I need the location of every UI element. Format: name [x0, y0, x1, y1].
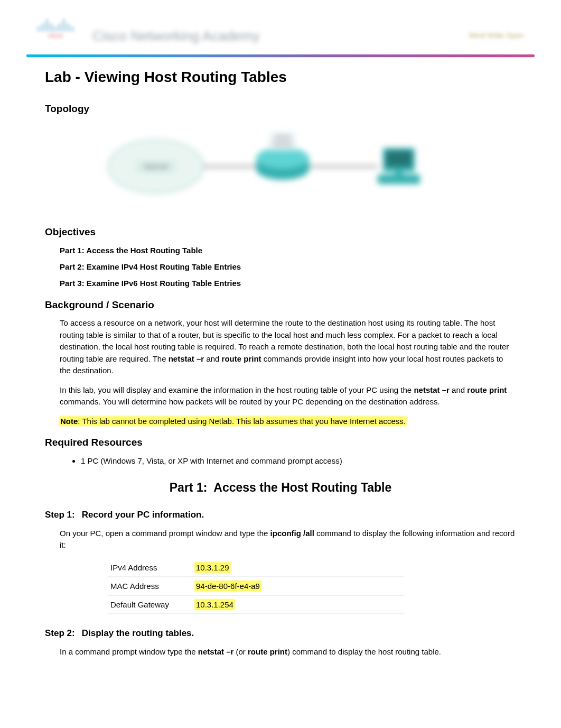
step1-paragraph: On your PC, open a command prompt window…	[45, 528, 516, 551]
tagline: Mind Wide Open	[469, 31, 524, 41]
svg-rect-12	[386, 151, 412, 167]
svg-rect-14	[395, 172, 403, 176]
objective-item: Part 3: Examine IPv6 Host Routing Table …	[60, 278, 516, 289]
step2-heading: Step 2: Display the routing tables.	[45, 627, 516, 640]
document-header: cisco Cisco Networking Academy Mind Wide…	[26, 16, 535, 50]
objectives-heading: Objectives	[45, 225, 516, 239]
step2-paragraph: In a command prompt window type the nets…	[45, 646, 516, 658]
table-row: Default Gateway 10.3.1.254	[108, 595, 404, 614]
objectives-list: Part 1: Access the Host Routing Table Pa…	[45, 245, 516, 289]
topology-heading: Topology	[45, 102, 516, 116]
topology-diagram: Internet Default Gateway	[92, 122, 516, 215]
svg-text:Gateway: Gateway	[272, 141, 293, 147]
background-paragraph-1: To access a resource on a network, your …	[45, 317, 516, 377]
resource-item: 1 PC (Windows 7, Vista, or XP with Inter…	[81, 455, 516, 466]
note-line: Note: This lab cannot be completed using…	[45, 416, 516, 428]
background-heading: Background / Scenario	[45, 298, 516, 312]
cisco-logo: cisco	[34, 16, 77, 41]
svg-text:Internet: Internet	[143, 162, 169, 171]
academy-title: Cisco Networking Academy	[92, 26, 259, 45]
ipv4-value: 10.3.1.29	[195, 563, 230, 573]
pc-info-table: IPv4 Address 10.3.1.29 MAC Address 94-de…	[108, 559, 404, 614]
required-heading: Required Resources	[45, 436, 516, 450]
resources-list: 1 PC (Windows 7, Vista, or XP with Inter…	[45, 455, 516, 466]
mac-label: MAC Address	[108, 577, 193, 595]
background-paragraph-2: In this lab, you will display and examin…	[45, 384, 516, 408]
ipv4-label: IPv4 Address	[108, 559, 193, 577]
gateway-label: Default Gateway	[108, 595, 193, 614]
part1-heading: Part 1: Access the Host Routing Table	[45, 479, 516, 496]
mac-value: 94-de-80-6f-e4-a9	[195, 581, 261, 591]
table-row: MAC Address 94-de-80-6f-e4-a9	[108, 577, 404, 595]
gateway-value: 10.3.1.254	[195, 600, 235, 610]
page-title: Lab - Viewing Host Routing Tables	[45, 67, 516, 87]
header-divider	[26, 54, 535, 57]
step1-heading: Step 1: Record your PC information.	[45, 509, 516, 521]
svg-point-6	[256, 148, 309, 169]
objective-item: Part 2: Examine IPv4 Host Routing Table …	[60, 261, 516, 272]
svg-text:Default: Default	[274, 134, 291, 140]
table-row: IPv4 Address 10.3.1.29	[108, 559, 404, 577]
objective-item: Part 1: Access the Host Routing Table	[60, 245, 516, 256]
